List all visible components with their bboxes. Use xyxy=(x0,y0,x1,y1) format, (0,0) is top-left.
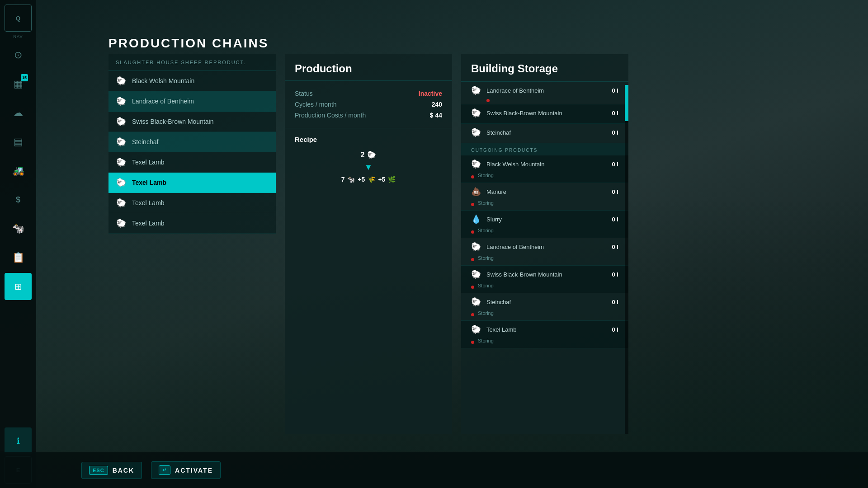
sidebar-q-key[interactable]: Q xyxy=(5,5,32,32)
storage-name-landrace-in: Landrace of Bentheim xyxy=(486,87,608,94)
sheep-icon-6: 🐑 xyxy=(116,177,127,188)
storage-entry-bwm-out: 🐑 Black Welsh Mountain 0 l Storing xyxy=(461,155,628,183)
storage-entry-swiss-in: 🐑 Swiss Black-Brown Mountain 0 l xyxy=(461,104,628,124)
sheep-icon-8: 🐑 xyxy=(116,218,127,229)
storing-swiss-out: Storing xyxy=(476,283,504,291)
status-value: Inactive xyxy=(419,90,442,97)
list-item-label: Texel Lamb xyxy=(132,199,165,206)
storage-name-texel-out: Texel Lamb xyxy=(486,326,608,333)
storage-amount-slurry: 0 l xyxy=(612,216,618,223)
sidebar-calendar-icon[interactable]: ▦ 15 xyxy=(5,70,32,98)
list-item-label: Steinchaf xyxy=(132,138,158,145)
manure-icon: 💩 xyxy=(471,187,482,197)
dot-slurry xyxy=(471,230,474,234)
sidebar-animals-icon[interactable]: 🐄 xyxy=(5,215,32,242)
list-item-swiss-black[interactable]: 🐑 Swiss Black-Brown Mountain xyxy=(108,112,276,132)
list-item-label: Texel Lamb xyxy=(132,179,166,186)
back-button[interactable]: ESC BACK xyxy=(81,462,142,479)
storage-entry-manure: 💩 Manure 0 l Storing xyxy=(461,183,628,211)
bottom-bar: ESC BACK ↵ ACTIVATE xyxy=(0,452,868,488)
list-item-landrace[interactable]: 🐑 Landrace of Bentheim xyxy=(108,91,276,112)
sidebar-tractor-icon[interactable]: 🚜 xyxy=(5,157,32,184)
sidebar-info-icon[interactable]: ℹ xyxy=(5,427,32,455)
output-count: 2 xyxy=(361,151,365,159)
sheep-icon-2: 🐑 xyxy=(116,96,127,107)
sheep-icon-7: 🐑 xyxy=(116,197,127,208)
slurry-icon: 💧 xyxy=(471,214,482,224)
cycles-label: Cycles / month xyxy=(295,101,337,108)
storage-title: Building Storage xyxy=(461,54,628,82)
sheep-icon-swiss-in: 🐑 xyxy=(471,108,482,118)
input3-icon: 🌿 xyxy=(388,176,396,183)
sheep-icon-texel-out: 🐑 xyxy=(471,324,482,334)
sheep-icon-5: 🐑 xyxy=(116,157,127,168)
dot-manure xyxy=(471,203,474,206)
list-item-label: Landrace of Bentheim xyxy=(132,98,194,105)
list-item-steinchaf[interactable]: 🐑 Steinchaf xyxy=(108,132,276,152)
status-label: Status xyxy=(295,90,313,97)
storage-name-manure: Manure xyxy=(486,188,608,195)
sidebar-chart-icon[interactable]: ▤ xyxy=(5,128,32,155)
sidebar-weather-icon[interactable]: ☁ xyxy=(5,99,32,127)
storage-name-landrace-out: Landrace of Bentheim xyxy=(486,244,608,250)
sheep-icon-3: 🐑 xyxy=(116,116,127,127)
storing-texel-out: Storing xyxy=(476,338,504,346)
list-items: 🐑 Black Welsh Mountain 🐑 Landrace of Ben… xyxy=(108,71,276,234)
recipe-arrow-icon: ▼ xyxy=(364,163,373,172)
storage-list[interactable]: 🐑 Landrace of Bentheim 0 l 🐑 Swiss Black… xyxy=(461,82,628,430)
storage-amount-texel-out: 0 l xyxy=(612,326,618,333)
storing-bwm: Storing xyxy=(476,173,504,181)
production-panel: Production Status Inactive Cycles / mont… xyxy=(285,54,452,434)
activate-label: ACTIVATE xyxy=(175,467,213,474)
sidebar-steering-icon[interactable]: ⊙ xyxy=(5,42,32,69)
storage-amount-landrace-in: 0 l xyxy=(612,87,618,94)
list-item-texel-4[interactable]: 🐑 Texel Lamb xyxy=(108,213,276,234)
recipe-inputs: 7 🐄 +5 🌾 +5 🌿 xyxy=(341,176,396,183)
list-item-texel-3[interactable]: 🐑 Texel Lamb xyxy=(108,193,276,213)
back-label: BACK xyxy=(113,467,134,474)
dot-landrace-in xyxy=(486,99,490,102)
storage-amount-swiss-out: 0 l xyxy=(612,271,618,278)
list-item-texel-1[interactable]: 🐑 Texel Lamb xyxy=(108,152,276,173)
costs-value: $ 44 xyxy=(430,112,442,119)
storage-amount-swiss-in: 0 l xyxy=(612,110,618,117)
storage-scrollbar-thumb xyxy=(625,85,628,121)
storage-entry-slurry: 💧 Slurry 0 l Storing xyxy=(461,211,628,238)
dot-swiss-out xyxy=(471,286,474,289)
storage-amount-steinchaf-in: 0 l xyxy=(612,129,618,136)
storage-entry-landrace-in: 🐑 Landrace of Bentheim 0 l xyxy=(461,82,628,104)
list-panel: SLAUGHTER HOUSE SHEEP REPRODUCT. 🐑 Black… xyxy=(108,54,276,434)
storage-amount-manure: 0 l xyxy=(612,188,618,195)
input3-count: +5 xyxy=(378,176,385,183)
input2-icon: 🌾 xyxy=(368,176,375,183)
list-item-label: Black Welsh Mountain xyxy=(132,77,194,84)
storage-entry-steinchaf-in: 🐑 Steinchaf 0 l xyxy=(461,124,628,143)
cycles-row: Cycles / month 240 xyxy=(295,99,442,110)
sidebar-money-icon[interactable]: $ xyxy=(5,186,32,213)
list-item-texel-2-selected[interactable]: 🐑 Texel Lamb xyxy=(108,173,276,193)
sheep-icon-swiss-out: 🐑 xyxy=(471,269,482,279)
storage-name-slurry: Slurry xyxy=(486,216,608,223)
page-title: PRODUCTION CHAINS xyxy=(108,36,269,51)
output-icon: 🐑 xyxy=(367,150,376,159)
sheep-icon-1: 🐑 xyxy=(116,75,127,86)
storage-scrollbar[interactable] xyxy=(625,85,628,434)
list-item-label: Texel Lamb xyxy=(132,220,165,227)
production-stats: Status Inactive Cycles / month 240 Produ… xyxy=(285,81,452,128)
storage-entry-texel-out: 🐑 Texel Lamb 0 l Storing xyxy=(461,321,628,348)
sheep-icon-bwm-out: 🐑 xyxy=(471,159,482,169)
sidebar-production-icon[interactable]: ⊞ xyxy=(5,273,32,300)
sheep-icon-steinchaf-in: 🐑 xyxy=(471,127,482,137)
storage-name-steinchaf-in: Steinchaf xyxy=(486,129,608,136)
storage-entry-steinchaf-out: 🐑 Steinchaf 0 l Storing xyxy=(461,293,628,321)
dot-texel-out xyxy=(471,341,474,344)
sidebar-book-icon[interactable]: 📋 xyxy=(5,244,32,271)
dot-steinchaf-out xyxy=(471,313,474,316)
list-item-black-welsh[interactable]: 🐑 Black Welsh Mountain xyxy=(108,71,276,91)
calendar-badge: 15 xyxy=(21,74,28,81)
recipe-title: Recipe xyxy=(295,136,442,143)
esc-key: ESC xyxy=(89,466,108,475)
activate-button[interactable]: ↵ ACTIVATE xyxy=(151,461,221,479)
storage-name-swiss-in: Swiss Black-Brown Mountain xyxy=(486,110,608,117)
recipe-output: 2 🐑 xyxy=(361,150,377,159)
